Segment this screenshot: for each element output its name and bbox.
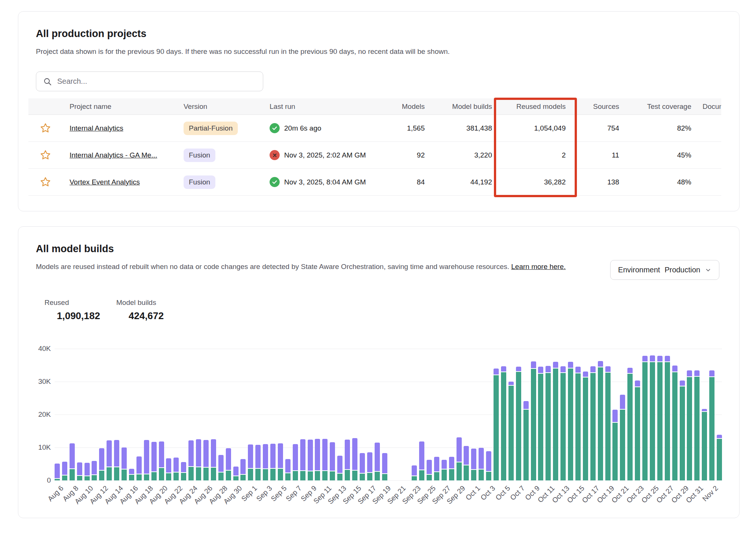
bar-builds-segment [665, 356, 670, 362]
projects-table-header: Project name Version Last run Models Mod… [28, 98, 721, 115]
bar [70, 349, 75, 480]
bar-builds-segment [293, 444, 298, 471]
bar-reused-segment [226, 471, 231, 480]
x-axis-label: Sep 3 [255, 484, 274, 503]
bar [92, 349, 97, 480]
x-axis-label: Oct 5 [494, 484, 512, 502]
bar-reused-segment [255, 469, 261, 480]
bar-reused-segment [144, 474, 149, 480]
version-cell: Partial-Fusion [176, 122, 262, 135]
bar-reused-segment [531, 369, 536, 480]
bar-builds-segment [159, 441, 164, 468]
bar-builds-segment [315, 439, 320, 471]
bar-builds-segment [337, 456, 342, 474]
bar [218, 349, 224, 480]
bar-builds-segment [300, 439, 305, 471]
bar [635, 349, 640, 480]
bar-builds-segment [516, 367, 521, 372]
last-run-cell: Nov 3, 2025, 8:04 AM GM [262, 177, 385, 187]
bar [308, 349, 313, 480]
bar [62, 349, 67, 480]
bar-builds-segment [92, 461, 97, 475]
bar-reused-segment [471, 470, 476, 480]
bar-reused-segment [568, 369, 573, 480]
favorite-star-button[interactable] [28, 122, 62, 134]
bar-reused-segment [322, 471, 328, 480]
bar-builds-segment [360, 453, 365, 474]
projects-table: Project name Version Last run Models Mod… [28, 98, 721, 196]
legend-reused-swatch [44, 312, 53, 320]
bar-builds-segment [709, 370, 714, 377]
bar [412, 349, 417, 480]
bar-reused-segment [516, 372, 521, 480]
bar-builds-segment [352, 438, 357, 471]
legend-model-builds-label: Model builds [116, 299, 164, 307]
favorite-star-button[interactable] [28, 176, 62, 188]
bar [233, 349, 239, 480]
bar-builds-segment [680, 380, 685, 386]
bar-builds-segment [434, 457, 439, 472]
project-name-cell: Vortex Event Analytics [62, 178, 176, 186]
favorite-star-button[interactable] [28, 149, 62, 161]
environment-select[interactable]: Environment Production [610, 260, 719, 280]
header-version: Version [176, 103, 262, 111]
x-axis-label: Oct 7 [509, 484, 527, 502]
bar-reused-segment [136, 474, 142, 480]
bar-builds-segment [412, 465, 417, 476]
project-name-link[interactable]: Internal Analytics - GA Me... [70, 151, 157, 159]
chevron-down-icon [705, 267, 712, 273]
bar [627, 349, 633, 480]
last-run-cell: Nov 3, 2025, 2:02 AM GM [262, 150, 385, 160]
y-axis-label: 20K [26, 410, 51, 419]
bar-reused-segment [449, 469, 454, 480]
bar-builds-segment [151, 442, 157, 472]
builds-subtitle-text: Models are reused instead of rebuilt whe… [36, 263, 509, 270]
bar-reused-segment [99, 471, 104, 480]
project-name-link[interactable]: Vortex Event Analytics [70, 178, 140, 186]
bar [650, 349, 655, 480]
bar-builds-segment [642, 356, 648, 362]
bar-reused-segment [627, 374, 633, 480]
bar [360, 349, 365, 480]
bar-builds-segment [114, 440, 119, 467]
search-input[interactable] [57, 77, 256, 86]
project-name-link[interactable]: Internal Analytics [70, 124, 123, 132]
bar [471, 349, 476, 480]
bar [568, 349, 573, 480]
test-coverage-cell: 45% [619, 151, 691, 159]
bar [553, 349, 558, 480]
bar-reused-segment [196, 467, 201, 480]
bar-builds-segment [166, 458, 171, 473]
bar [694, 349, 700, 480]
bar-reused-segment [434, 472, 439, 480]
bar [560, 349, 566, 480]
bar-reused-segment [293, 471, 298, 480]
bar-builds-segment [523, 401, 529, 410]
bar-builds-segment [531, 361, 536, 369]
bar-reused-segment [352, 471, 357, 480]
bar-reused-segment [166, 473, 171, 480]
learn-more-link[interactable]: Learn more here. [511, 263, 566, 270]
bar [531, 349, 536, 480]
x-axis-label: Oct 1 [464, 484, 482, 502]
bar [188, 349, 194, 480]
test-coverage-cell: 48% [619, 178, 691, 186]
search-box[interactable] [36, 71, 263, 91]
bar-reused-segment [412, 476, 417, 480]
header-test-coverage: Test coverage [619, 103, 691, 111]
bar-reused-segment [270, 469, 276, 480]
bar-reused-segment [583, 377, 588, 480]
bar [434, 349, 439, 480]
bar-builds-segment [702, 409, 707, 412]
bar [486, 349, 491, 480]
bar-builds-segment [211, 439, 216, 468]
reused-models-cell: 1,054,049 [492, 124, 566, 132]
bar-builds-segment [173, 458, 179, 473]
bar [240, 349, 246, 480]
bar [166, 349, 171, 480]
bar-reused-segment [367, 473, 372, 480]
x-axis-label: Sep 5 [270, 484, 289, 503]
bar-reused-segment [702, 412, 707, 480]
bar-reused-segment [709, 377, 714, 480]
version-cell: Fusion [176, 149, 262, 162]
